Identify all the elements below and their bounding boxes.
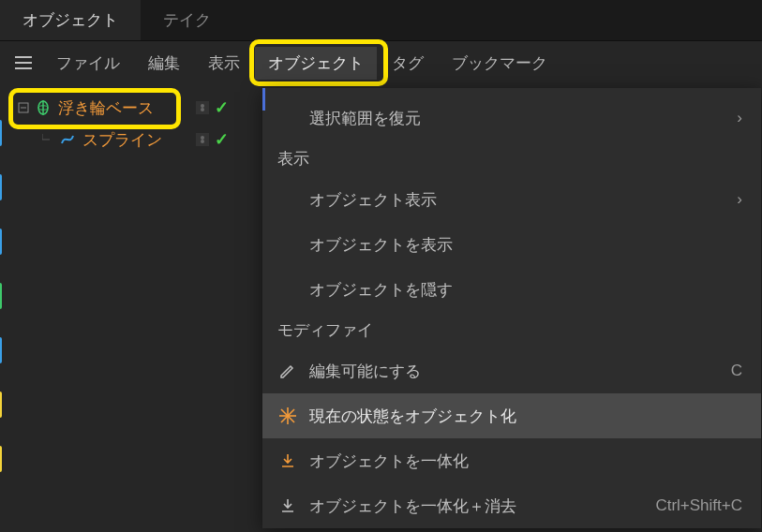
object-context-menu: 選択範囲を復元 › 表示 オブジェクト表示 › オブジェクトを表示 オブジェクト… <box>262 88 761 528</box>
menu-item-restore-selection[interactable]: 選択範囲を復元 › <box>262 96 761 140</box>
menu-shortcut: C <box>731 362 742 380</box>
svg-point-10 <box>201 140 204 143</box>
hamburger-icon[interactable] <box>15 56 32 69</box>
left-gutter <box>0 88 2 519</box>
menu-item-show-objects[interactable]: オブジェクトを表示 <box>262 222 761 267</box>
connect-delete-icon <box>277 495 298 516</box>
menu-tag[interactable]: タグ <box>379 47 437 80</box>
connect-icon <box>277 451 298 471</box>
gutter-marker <box>0 120 2 146</box>
menu-item-label: 現在の状態をオブジェクト化 <box>309 406 516 427</box>
menu-view[interactable]: 表示 <box>195 47 253 80</box>
outliner-item-lathe[interactable]: 浮き輪ベース ✓ <box>0 92 240 124</box>
tab-takes[interactable]: テイク <box>141 0 233 40</box>
menu-item-current-state-to-object[interactable]: 現在の状態をオブジェクト化 <box>262 393 761 438</box>
spline-icon <box>60 132 75 147</box>
menu-item-label: オブジェクトを表示 <box>309 234 453 256</box>
enable-check-icon[interactable]: ✓ <box>215 97 229 118</box>
menu-item-label: オブジェクトを一体化＋消去 <box>309 495 516 517</box>
gutter-marker <box>0 446 2 472</box>
tree-collapse-icon[interactable] <box>17 101 30 114</box>
chevron-right-icon: › <box>737 109 742 127</box>
menu-object[interactable]: オブジェクト <box>255 47 377 80</box>
menu-item-label: オブジェクトを隠す <box>309 279 453 301</box>
menu-shortcut: Ctrl+Shift+C <box>655 496 742 515</box>
chevron-right-icon: › <box>737 190 742 209</box>
svg-point-6 <box>201 108 204 111</box>
gutter-marker <box>0 229 2 255</box>
lathe-icon <box>36 100 51 115</box>
gutter-marker <box>0 392 2 418</box>
menu-item-connect-delete[interactable]: オブジェクトを一体化＋消去 Ctrl+Shift+C <box>262 483 761 528</box>
menubar: ファイル 編集 表示 オブジェクト タグ ブックマーク <box>0 41 762 84</box>
gutter-marker <box>0 337 2 363</box>
outliner-item-label: 浮き輪ベース <box>58 97 154 119</box>
menu-item-connect-objects[interactable]: オブジェクトを一体化 <box>262 438 761 483</box>
gutter-marker <box>0 283 2 309</box>
enable-check-icon[interactable]: ✓ <box>215 129 229 150</box>
tree-leaf-icon <box>41 133 54 146</box>
outliner-item-label: スプライン <box>82 129 162 151</box>
snowflake-icon <box>277 406 298 426</box>
tab-objects[interactable]: オブジェクト <box>0 0 141 40</box>
menu-section-modify: モディファイ <box>262 312 761 348</box>
menu-item-label: 編集可能にする <box>309 361 421 382</box>
menu-section-display: 表示 <box>262 140 761 177</box>
menu-item-hide-objects[interactable]: オブジェクトを隠す <box>262 267 761 312</box>
panel-tabs: オブジェクト テイク <box>0 0 762 41</box>
visibility-toggle-editor[interactable] <box>196 101 209 114</box>
menu-item-object-display[interactable]: オブジェクト表示 › <box>262 177 761 222</box>
svg-point-5 <box>201 104 204 108</box>
make-editable-icon <box>277 361 298 381</box>
visibility-toggle-editor[interactable] <box>196 133 209 146</box>
gutter-marker <box>0 174 2 200</box>
menu-item-label: オブジェクトを一体化 <box>309 451 469 472</box>
menu-item-label: オブジェクト表示 <box>309 189 437 211</box>
menu-file[interactable]: ファイル <box>43 47 133 80</box>
outliner-item-spline[interactable]: スプライン ✓ <box>0 124 240 155</box>
menu-edit[interactable]: 編集 <box>135 47 193 80</box>
menu-bookmark[interactable]: ブックマーク <box>439 47 560 80</box>
svg-point-9 <box>201 136 204 140</box>
menu-item-label: 選択範囲を復元 <box>309 108 421 129</box>
menu-item-make-editable[interactable]: 編集可能にする C <box>262 348 761 393</box>
outliner: 浮き輪ベース ✓ スプライン ✓ <box>0 92 240 155</box>
